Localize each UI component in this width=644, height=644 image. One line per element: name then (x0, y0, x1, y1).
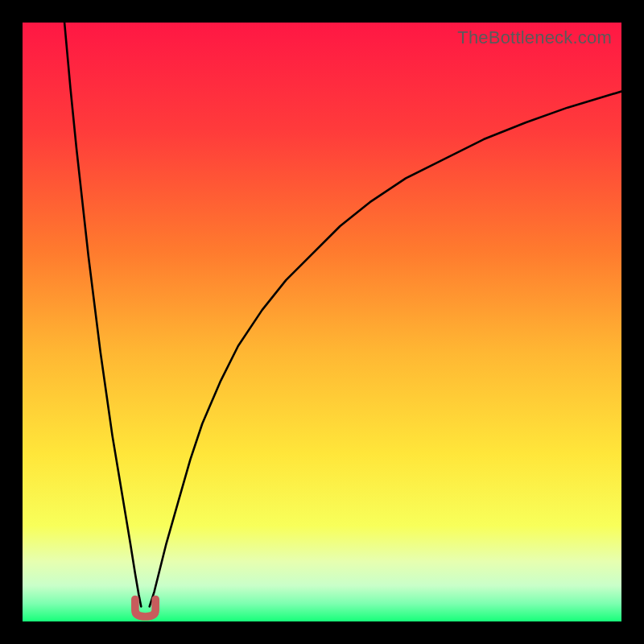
right-curve (150, 92, 621, 607)
notch-marker (135, 599, 155, 617)
chart-frame: TheBottleneck.com (0, 0, 644, 644)
plot-area: TheBottleneck.com (23, 23, 621, 621)
left-curve (64, 23, 141, 606)
curve-layer (23, 23, 621, 621)
